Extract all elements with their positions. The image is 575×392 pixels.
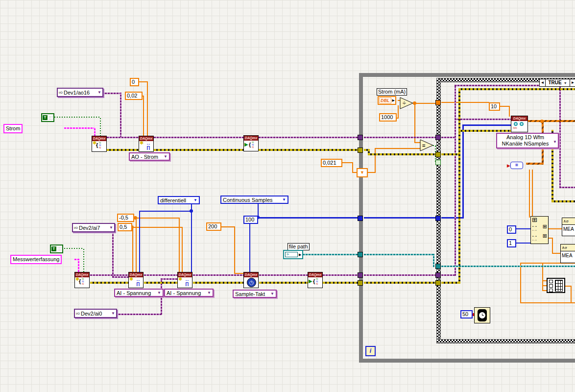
wire-dev2-ai7 <box>112 227 114 277</box>
selector-sample-takt[interactable]: Sample-Takt▼ <box>233 290 277 298</box>
wire-dev1-ao16 <box>120 93 121 138</box>
constant-0[interactable]: 0 <box>130 78 139 86</box>
selector-ai-spannung-1[interactable]: AI - Spannung▼ <box>114 289 164 297</box>
pulse-range-icon: ↔∏ <box>144 141 153 149</box>
constant-0-5[interactable]: 0,5 <box>118 223 132 231</box>
case-tunnel-ao-error[interactable] <box>435 152 441 157</box>
loop-iteration-terminal[interactable]: i <box>365 346 376 356</box>
case-structure-border-bottom[interactable] <box>436 339 575 343</box>
io-glyph-icon: I/O <box>74 226 78 229</box>
wire-ao-task <box>154 137 243 138</box>
io-glyph-icon: I/O <box>59 91 63 94</box>
constant-100[interactable]: 100 <box>243 216 258 224</box>
wire-ai-error <box>90 282 128 284</box>
wire-split-a <box>529 170 530 218</box>
case-selector-label[interactable]: ◄ TRUE▼ ► <box>539 79 575 87</box>
wire-dev2-ai0 <box>161 278 177 280</box>
daqmx-read-node[interactable]: DAQmx ≈≈ <box>511 116 528 132</box>
brace-icon: { <box>96 143 98 148</box>
case-tunnel-ai-task[interactable] <box>435 272 441 278</box>
selector-text-line2: NKanäle NSamples <box>499 141 552 147</box>
constant-1000[interactable]: 1000 <box>379 113 397 122</box>
selector-continuous-samples[interactable]: Continuous Samples▼ <box>220 196 288 204</box>
while-loop-border-top[interactable] <box>359 73 575 77</box>
case-tunnel-ao-task[interactable] <box>435 135 441 140</box>
daqmx-start-task-node-ao[interactable]: DAQmx ▶{≈≈≈ <box>243 135 259 151</box>
case-tunnel-file-path[interactable] <box>435 264 441 269</box>
while-loop-border-bottom[interactable] <box>359 359 575 363</box>
daqmx-create-ai-channel-node[interactable]: DAQmx ✱{≈≈≈ <box>74 272 90 288</box>
tunnel-file-path[interactable] <box>358 252 363 257</box>
io-constant-dev1-ao16[interactable]: I/ODev1/ao16▼ <box>57 88 103 97</box>
constant-0-02[interactable]: 0,02 <box>125 92 143 100</box>
dropdown-icon: ▼ <box>553 139 557 145</box>
divide-node[interactable]: ÷ <box>400 97 414 110</box>
dropdown-icon: ▼ <box>193 198 197 202</box>
star-icon: ✱ <box>140 140 144 146</box>
tunnel-ao-error[interactable] <box>358 147 363 153</box>
wire-differentiell <box>139 211 140 272</box>
constant-200[interactable]: 200 <box>206 222 221 231</box>
constant-index-0[interactable]: 0 <box>507 225 516 234</box>
wire-ai-task <box>193 274 243 276</box>
case-tunnel-setpoint[interactable] <box>435 100 441 105</box>
shift-register-left[interactable]: ▼ <box>357 168 368 177</box>
case-prev-icon[interactable]: ◄ <box>540 79 546 86</box>
wire-ao-error <box>368 153 436 155</box>
wire-strom-name <box>94 127 96 136</box>
tunnel-ai-task[interactable] <box>358 272 363 278</box>
constant-50[interactable]: 50 <box>460 310 473 318</box>
daqmx-start-task-node-ai[interactable]: DAQmx ▶{≈≈≈ <box>308 272 323 288</box>
io-constant-dev2-ai7[interactable]: I/ODev2/ai7▼ <box>72 223 115 232</box>
daqmx-ai-config-node-1[interactable]: DAQmx ✱↔∏ <box>128 272 144 288</box>
wire-index0-out <box>549 228 562 229</box>
wire-ai-error <box>193 282 243 284</box>
case-next-icon[interactable]: ► <box>570 79 575 86</box>
wire-ai-task <box>144 274 177 276</box>
constant-minus-0-5[interactable]: -0,5 <box>117 214 134 222</box>
case-tunnel-ai-error[interactable] <box>435 280 441 286</box>
tunnel-ao-task[interactable] <box>358 135 363 140</box>
equal-node[interactable]: = <box>420 139 434 152</box>
selector-differentiell[interactable]: differentiell▼ <box>158 196 200 204</box>
control-strom-ma-terminal[interactable]: DBL▶ <box>378 96 396 105</box>
io-glyph-icon: I/O <box>76 312 80 315</box>
measurement-node-2[interactable]: ∧σ MEA <box>560 244 575 263</box>
wait-ms-node[interactable] <box>474 307 490 323</box>
convert-dynamic-data-node[interactable]: ▶≣ <box>507 161 523 170</box>
case-value[interactable]: TRUE▼ <box>546 79 570 86</box>
brace-icon: { <box>249 142 251 147</box>
selector-ai-spannung-2[interactable]: AI - Spannung▼ <box>164 289 214 297</box>
daqmx-timing-node[interactable]: DAQmx ◷ <box>243 272 259 288</box>
daqmx-create-ao-channel-node[interactable]: DAQmx ✱{≈≈≈ <box>92 136 107 152</box>
case-selector-terminal[interactable] <box>435 160 441 165</box>
control-file-path-terminal[interactable]: ⊳▶ <box>283 250 303 259</box>
constant-0-021[interactable]: 0,021 <box>321 159 342 167</box>
case-structure-border-left[interactable] <box>436 78 441 343</box>
create-channel-icon: ✱{≈≈≈ <box>75 277 89 288</box>
path-glyph-icon: ⊳ <box>285 252 298 257</box>
array-grid-icon: ⊞ <box>532 216 537 223</box>
index-array-node[interactable]: ⊞ ▪·▪ ▫·▫ ⊞ ▪·▪ ▫·▫ ⊞ <box>530 216 549 244</box>
selector-ao-strom[interactable]: AO - Strom▼ <box>129 152 170 161</box>
tunnel-ai-error[interactable] <box>358 280 363 286</box>
constant-index-1[interactable]: 1 <box>507 239 516 247</box>
wire-file-path <box>364 254 434 255</box>
daqmx-ao-config-node[interactable]: DAQmx ✱↔∏ <box>139 136 154 152</box>
io-constant-dev2-ai0[interactable]: I/ODev2/ai0▼ <box>74 309 117 318</box>
watch-face-icon <box>479 312 485 318</box>
build-array-node[interactable] <box>547 278 565 293</box>
iteration-label: i <box>370 347 371 354</box>
control-strom[interactable]: Strom <box>3 124 23 133</box>
daqmx-ai-config-node-2[interactable]: DAQmx ✱↔∏ <box>177 272 192 288</box>
tunnel-samples[interactable] <box>358 216 363 221</box>
selector-analog-read-mode[interactable]: Analog 1D WfmNKanäle NSamples▼ <box>496 133 559 148</box>
dropdown-icon: ▼ <box>282 197 286 202</box>
brace-icon: { <box>313 279 315 284</box>
measurement-node-1[interactable]: ∧σ MEA <box>562 218 575 236</box>
case-tunnel-samples[interactable] <box>435 216 441 221</box>
boolean-true-constant-2[interactable]: T <box>50 245 63 253</box>
boolean-true-constant-1[interactable]: T <box>41 113 54 122</box>
constant-10[interactable]: 10 <box>489 102 500 111</box>
control-messwerterfassung[interactable]: Messwerterfassung <box>10 255 62 264</box>
